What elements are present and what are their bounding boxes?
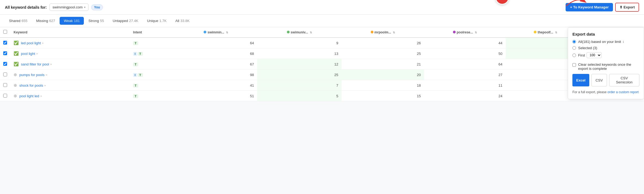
select-all-header[interactable]: [0, 27, 10, 37]
domain-selector[interactable]: swimmingpool.com ▾: [50, 4, 88, 11]
chevron-double-icon: »: [50, 62, 52, 66]
filter-tab-all[interactable]: All33.8K: [171, 17, 194, 25]
export-button[interactable]: ⬆ Export: [615, 3, 639, 12]
mrpoolm-value: 21: [342, 59, 424, 70]
chevron-double-icon: »: [40, 94, 42, 98]
filter-tab-shared[interactable]: Shared655: [5, 17, 32, 25]
csv-button[interactable]: CSV: [591, 74, 607, 86]
keyword-link[interactable]: ⊕ shock for pools »: [14, 83, 127, 88]
intent-column-header: Intent: [130, 27, 175, 37]
keyword-column-header: Keyword: [10, 27, 130, 37]
intent-badge: T: [133, 41, 138, 45]
swimuniv-value: 9: [257, 37, 342, 48]
swimuniv-value: 12: [257, 59, 342, 70]
swimmin-value: 67: [175, 59, 257, 70]
status-plus-icon: ⊕: [14, 72, 17, 77]
all-radio[interactable]: [572, 40, 576, 43]
keyword-link[interactable]: ✅ led pool light »: [14, 40, 127, 45]
keyword-text: sand filter for pool: [21, 62, 49, 66]
intent-cell: T: [130, 91, 175, 101]
intent-cell: T: [130, 37, 175, 48]
poolrese-value: 11: [424, 80, 506, 91]
domain-value: swimmingpool.com: [53, 5, 83, 9]
row-checkbox-cell[interactable]: [0, 80, 10, 91]
keyword-link[interactable]: ✅ pool light »: [14, 51, 127, 56]
poolrese-value: 64: [424, 59, 506, 70]
poolrese-value: 50: [424, 48, 506, 59]
keyword-link[interactable]: ✅ sand filter for pool »: [14, 62, 127, 67]
table-row: ⊕ pumps for pools » IT 98 25 20 27 22 3,…: [0, 70, 644, 80]
keyword-cell: ⊕ pumps for pools »: [10, 70, 130, 80]
arrow-annotation: [563, 0, 588, 9]
mrpoolm-value: 18: [342, 80, 424, 91]
row-checkbox-cell[interactable]: [0, 37, 10, 48]
keyword-text: led pool light: [21, 41, 41, 45]
keyword-text: pool light: [21, 52, 35, 56]
chevron-double-icon: »: [46, 73, 47, 76]
intent-badge: T: [133, 62, 138, 66]
keyword-cell: ⊕ pool light led »: [10, 91, 130, 101]
intent-badge: I: [133, 52, 137, 56]
swimmin-value: 68: [175, 48, 257, 59]
table-row: ⊕ pool light led » T 51 5 15 24 44 2,900: [0, 91, 644, 101]
filter-tab-strong[interactable]: Strong55: [84, 17, 108, 25]
first-count-select[interactable]: 100 250 500: [587, 52, 602, 58]
all-option-label: All(181) based on your limit ℹ: [578, 40, 624, 44]
export-buttons: Excel CSV CSV Semicolon: [572, 74, 639, 86]
status-checked-icon: ✅: [14, 51, 19, 56]
row-checkbox[interactable]: [3, 73, 7, 76]
export-note: For a full export, please order a custom…: [572, 90, 639, 95]
poolrese-value: 44: [424, 37, 506, 48]
row-checkbox-cell[interactable]: [0, 91, 10, 101]
export-panel: Export data All(181) based on your limit…: [568, 27, 644, 99]
swimuniv-value: 7: [257, 80, 342, 91]
right-actions: 8 + To Keyword Manager ⬆ Export: [563, 3, 639, 12]
intent-cell: IT: [130, 70, 175, 80]
custom-report-link[interactable]: order a custom report: [608, 90, 639, 94]
intent-badge: T: [138, 52, 143, 56]
row-checkbox[interactable]: [3, 41, 7, 45]
row-checkbox[interactable]: [3, 83, 7, 87]
row-checkbox[interactable]: [3, 94, 7, 98]
chevron-double-icon: »: [42, 41, 44, 45]
intent-cell: IT: [130, 48, 175, 59]
keyword-link[interactable]: ⊕ pool light led »: [14, 93, 127, 98]
csv-semicolon-button[interactable]: CSV Semicolon: [609, 74, 639, 86]
row-checkbox-cell[interactable]: [0, 59, 10, 70]
status-checked-icon: ✅: [14, 40, 19, 45]
keyword-cell: ✅ sand filter for pool »: [10, 59, 130, 70]
keyword-text: pumps for pools: [19, 73, 45, 77]
excel-button[interactable]: Excel: [572, 74, 589, 86]
table-row: ✅ led pool light » T 64 9 26 44 8 6,600: [0, 37, 644, 48]
keyword-link[interactable]: ⊕ pumps for pools »: [14, 72, 127, 77]
clear-checkbox[interactable]: [572, 63, 576, 67]
row-checkbox[interactable]: [3, 62, 7, 66]
row-checkbox[interactable]: [3, 51, 7, 55]
poolrese-value: 27: [424, 70, 506, 80]
keyword-cell: ✅ led pool light »: [10, 37, 130, 48]
row-checkbox-cell[interactable]: [0, 48, 10, 59]
keyword-table: Keyword Intent swimmin... ⇅ swimuniv... …: [0, 27, 644, 101]
intent-cell: T: [130, 59, 175, 70]
step-number-badge: 8: [495, 0, 509, 5]
chevron-double-icon: »: [44, 84, 46, 87]
clear-checkbox-option: Clear selected keywords once the export …: [572, 62, 639, 71]
filter-tab-unique[interactable]: Unique1.7K: [143, 17, 171, 25]
mrpoolm-value: 20: [342, 70, 424, 80]
all-radio-option: All(181) based on your limit ℹ: [572, 40, 639, 44]
export-panel-title: Export data: [572, 32, 639, 36]
header-label: All keyword details for:: [5, 5, 47, 10]
swimmin-value: 98: [175, 70, 257, 80]
swimuniv-column-header: swimuniv... ⇅: [257, 27, 342, 37]
keyword-cell: ⊕ shock for pools »: [10, 80, 130, 91]
intent-cell: T: [130, 80, 175, 91]
selected-radio[interactable]: [572, 46, 576, 50]
keyword-text: shock for pools: [19, 83, 43, 87]
select-all-checkbox[interactable]: [3, 30, 7, 34]
row-checkbox-cell[interactable]: [0, 70, 10, 80]
filter-tab-untapped[interactable]: Untapped27.4K: [109, 17, 142, 25]
first-radio[interactable]: [572, 54, 576, 57]
filter-tab-weak[interactable]: Weak181: [60, 17, 84, 25]
you-badge: You: [91, 4, 103, 10]
filter-tab-missing[interactable]: Missing627: [32, 17, 59, 25]
